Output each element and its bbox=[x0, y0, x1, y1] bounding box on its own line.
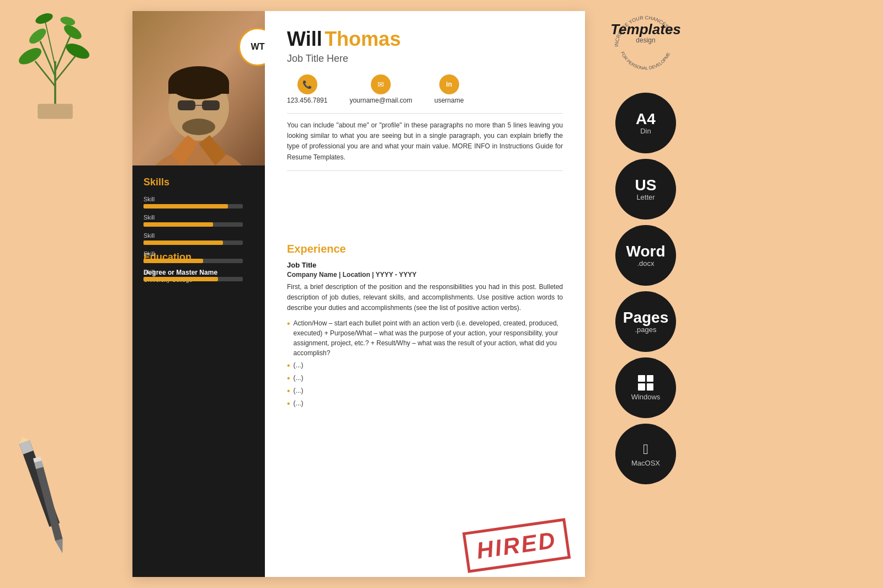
format-us-main: US bbox=[635, 178, 657, 193]
initials-text: WT bbox=[251, 42, 265, 52]
photo-area: WT bbox=[132, 11, 265, 165]
format-pages[interactable]: Pages .pages bbox=[615, 291, 676, 352]
bullet-intro-text: Action/How – start each bullet point wit… bbox=[294, 318, 563, 358]
experience-job-title: Job Title bbox=[287, 261, 563, 269]
skill-bar-fill-1 bbox=[143, 204, 228, 209]
brand-name-text: Templates bbox=[610, 22, 682, 36]
svg-point-10 bbox=[62, 22, 84, 42]
skill-item-1: Skill bbox=[143, 196, 254, 209]
win-sq-1 bbox=[638, 375, 645, 382]
phone-text: 123.456.7891 bbox=[287, 97, 327, 104]
about-text: You can include "about me" or "profile" … bbox=[287, 120, 563, 163]
right-sidebar: INCREASE YOUR CHANCES ® FOR PERSONAL DEV… bbox=[585, 0, 706, 588]
svg-rect-27 bbox=[178, 100, 195, 110]
svg-line-6 bbox=[45, 21, 55, 66]
bullet-text-4: (...) bbox=[294, 398, 304, 409]
resume-top: WT Skills Skill Skill bbox=[132, 11, 585, 243]
experience-title: Experience bbox=[287, 243, 563, 255]
svg-line-3 bbox=[55, 56, 75, 81]
skill-bar-bg-4 bbox=[143, 259, 243, 263]
resume-right-panel: Will Thomas Job Title Here 📞 123.456.789… bbox=[265, 11, 585, 243]
svg-point-9 bbox=[26, 26, 49, 46]
win-sq-4 bbox=[647, 383, 654, 391]
svg-marker-18 bbox=[55, 539, 66, 554]
skill-item-3: Skill bbox=[143, 232, 254, 245]
format-us-sub: Letter bbox=[636, 193, 655, 201]
format-macosx[interactable]:  MacOSX bbox=[615, 424, 676, 484]
skill-bar-fill-5 bbox=[143, 277, 218, 281]
skill-bar-bg-3 bbox=[143, 240, 243, 245]
experience-description: First, a brief description of the positi… bbox=[287, 282, 563, 314]
bullet-dot-2: • bbox=[287, 373, 290, 383]
experience-section: Experience Job Title Company Name | Loca… bbox=[287, 243, 563, 409]
brand-design-text: design bbox=[610, 36, 682, 44]
linkedin-icon: in bbox=[439, 74, 459, 94]
hired-text: HIRED bbox=[475, 527, 558, 564]
svg-line-2 bbox=[35, 61, 55, 86]
skill-bar-fill-3 bbox=[143, 240, 223, 245]
email-contact: ✉ yourname@mail.com bbox=[349, 74, 412, 104]
format-word-sub: .docx bbox=[637, 259, 654, 268]
skill-label-1: Skill bbox=[143, 196, 254, 202]
svg-point-30 bbox=[182, 119, 215, 135]
format-a4-sub: Din bbox=[640, 127, 651, 135]
phone-icon: 📞 bbox=[297, 74, 317, 94]
skill-bar-fill-4 bbox=[143, 259, 203, 263]
divider-1 bbox=[287, 113, 563, 114]
bullet-dot-intro: • bbox=[287, 318, 290, 358]
exp-bullet-3: • (...) bbox=[287, 386, 563, 396]
divider-2 bbox=[287, 170, 563, 171]
format-us[interactable]: US Letter bbox=[615, 159, 676, 220]
format-windows-sub: Windows bbox=[631, 393, 661, 401]
format-pages-main: Pages bbox=[623, 310, 669, 325]
bullet-text-3: (...) bbox=[294, 386, 304, 396]
skill-label-4: Skill bbox=[143, 250, 254, 257]
bullet-text-1: (...) bbox=[294, 360, 304, 371]
skill-item-2: Skill bbox=[143, 214, 254, 227]
bullet-text-2: (...) bbox=[294, 373, 304, 383]
skill-label-5: Skill bbox=[143, 269, 254, 275]
win-sq-3 bbox=[638, 383, 645, 391]
phone-contact: 📞 123.456.7891 bbox=[287, 74, 327, 104]
skill-item-4: Skill bbox=[143, 250, 254, 263]
company-line: Company Name | Location | YYYY - YYYY bbox=[287, 271, 563, 279]
resume-left-panel: WT Skills Skill Skill bbox=[132, 11, 265, 243]
hired-stamp: HIRED bbox=[462, 518, 571, 573]
brand-logo: INCREASE YOUR CHANCES ® FOR PERSONAL DEV… bbox=[610, 11, 682, 83]
left-decoration bbox=[0, 0, 132, 588]
skill-bar-fill-2 bbox=[143, 222, 213, 227]
format-a4-main: A4 bbox=[636, 111, 656, 127]
resume-card: WT Skills Skill Skill bbox=[132, 11, 585, 577]
svg-point-7 bbox=[16, 45, 44, 68]
email-icon: ✉ bbox=[371, 74, 391, 94]
format-windows[interactable]: Windows bbox=[615, 357, 676, 418]
skill-bar-bg-5 bbox=[143, 277, 243, 281]
format-a4[interactable]: A4 Din bbox=[615, 93, 676, 153]
skill-item-5: Skill bbox=[143, 269, 254, 281]
bullet-dot-1: • bbox=[287, 360, 290, 371]
skill-label-3: Skill bbox=[143, 232, 254, 239]
svg-point-8 bbox=[64, 40, 92, 62]
social-text: username bbox=[434, 97, 464, 104]
exp-bullet-1: • (...) bbox=[287, 360, 563, 371]
format-pages-sub: .pages bbox=[635, 325, 656, 334]
skills-title: Skills bbox=[143, 177, 254, 188]
format-word[interactable]: Word .docx bbox=[615, 225, 676, 286]
experience-bullet-intro: • Action/How – start each bullet point w… bbox=[287, 318, 563, 358]
bullet-dot-4: • bbox=[287, 398, 290, 409]
social-contact: in username bbox=[434, 74, 464, 104]
format-macosx-sub: MacOSX bbox=[631, 459, 660, 467]
svg-point-11 bbox=[34, 11, 54, 26]
skills-section: Skills Skill Skill Skill bbox=[132, 165, 265, 298]
email-text: yourname@mail.com bbox=[349, 97, 412, 104]
windows-icon bbox=[638, 375, 653, 391]
svg-rect-26 bbox=[168, 83, 229, 94]
job-title-display: Job Title Here bbox=[287, 53, 563, 65]
plant-decoration bbox=[6, 11, 105, 121]
svg-rect-28 bbox=[202, 100, 220, 110]
skill-bar-bg-2 bbox=[143, 222, 243, 227]
format-word-main: Word bbox=[626, 244, 665, 259]
name-row: Will Thomas bbox=[287, 28, 563, 51]
last-name: Thomas bbox=[325, 28, 401, 50]
apple-icon:  bbox=[643, 441, 648, 458]
